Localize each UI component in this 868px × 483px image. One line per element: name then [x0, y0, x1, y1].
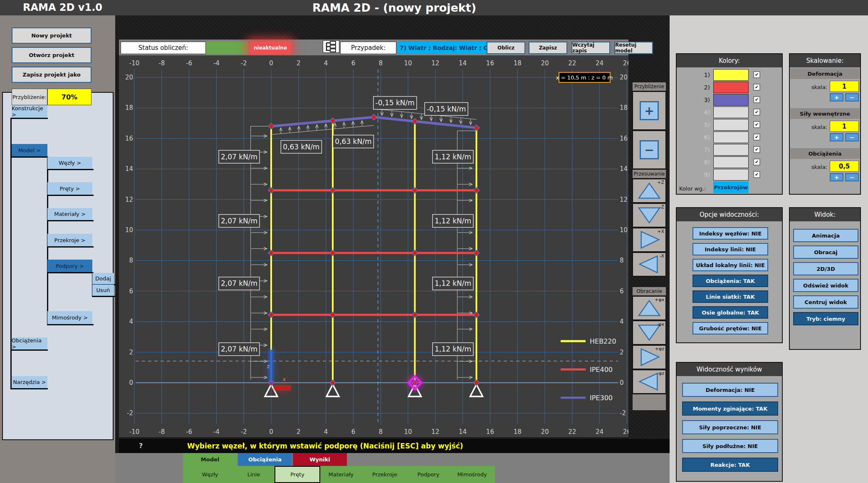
zoom-in-tile[interactable]: + [633, 92, 666, 130]
menu-item-przekroje[interactable]: Przekroje > [47, 234, 92, 246]
menu-item-obciążenia[interactable]: Obciążenia > [12, 337, 47, 349]
sub-tab-materiały[interactable]: Materiały [329, 466, 354, 483]
sub-tab-przekroje[interactable]: Przekroje [372, 466, 397, 483]
skala-value[interactable]: 1 [830, 81, 859, 92]
status-outdated-badge[interactable]: nieaktualne [250, 42, 291, 54]
rotate-right-button[interactable]: +φz [633, 345, 666, 369]
sidebar-button-3[interactable]: Zapisz projekt jako [12, 67, 91, 83]
pan-up-button[interactable]: +Z [633, 179, 666, 203]
color-checkbox-6[interactable]: ✔ [753, 134, 760, 141]
result-deformacja[interactable]: Deformacja: NIE [682, 383, 778, 397]
view-odśwież-widok[interactable]: Odśwież widok [793, 279, 858, 292]
toggle-układ-lokalny-linii[interactable]: Układ lokalny linii: NIE [692, 259, 768, 271]
menu-item-narzędzia[interactable]: Narzędzia > [12, 376, 47, 388]
menu-item-podpory[interactable]: Podpory > [47, 260, 92, 272]
menu-item-materiały[interactable]: Materiały > [47, 208, 92, 220]
node[interactable] [473, 312, 479, 318]
color-checkbox-1[interactable]: ✔ [753, 71, 760, 78]
zoom-in-button[interactable]: + [640, 101, 659, 120]
color-checkbox-7[interactable]: ✔ [753, 146, 760, 153]
toggle-linie-siatki[interactable]: Linie siatki: TAK [692, 290, 768, 303]
toggle-indeksy-linii[interactable]: Indeksy linii: NIE [692, 243, 768, 255]
node[interactable] [268, 312, 274, 318]
pan-right-button[interactable]: +X [633, 228, 666, 252]
color-swatch-1[interactable] [713, 69, 749, 81]
result-momenty-zginające[interactable]: Momenty zginające: TAK [682, 401, 778, 416]
node[interactable] [412, 250, 418, 256]
node[interactable] [268, 250, 274, 256]
color-swatch-3[interactable] [713, 94, 749, 106]
view-centruj-widok[interactable]: Centruj widok [793, 295, 858, 309]
color-swatch-7[interactable] [713, 144, 749, 156]
sub-tab-podpory[interactable]: Podpory [418, 466, 440, 483]
scale-plus-button[interactable]: + [830, 133, 843, 141]
toolbar-button-zapisz[interactable]: Zapisz [529, 42, 567, 54]
result-siły-podłużne[interactable]: Siły podłużne: NIE [682, 439, 778, 453]
color-by-value[interactable]: Przekrojów [713, 181, 749, 193]
color-swatch-6[interactable] [713, 131, 749, 143]
color-swatch-2[interactable] [713, 82, 749, 93]
toggle-indeksy-węzłów[interactable]: Indeksy węzłów: NIE [692, 227, 768, 240]
menu-item-dodaj[interactable]: Dodaj [92, 273, 114, 284]
node[interactable] [330, 380, 336, 386]
toggle-obciążenia[interactable]: Obciążenia: TAK [692, 275, 768, 287]
node[interactable] [330, 312, 336, 318]
tab-wyniki[interactable]: Wyniki [293, 453, 347, 466]
toolbar-button-resetuj-model[interactable]: Resetuj model [614, 42, 653, 54]
menu-item-model[interactable]: Model > [12, 144, 47, 156]
color-swatch-4[interactable] [713, 107, 749, 118]
scale-plus-button[interactable]: + [830, 93, 843, 102]
color-checkbox-2[interactable]: ✔ [753, 84, 760, 91]
rotate-down-button[interactable]: -φx [633, 321, 666, 344]
toolbar-button-oblicz[interactable]: Oblicz [487, 42, 525, 54]
color-checkbox-4[interactable]: ✔ [753, 109, 760, 116]
node[interactable] [473, 125, 479, 131]
scale-minus-button[interactable]: − [845, 173, 859, 181]
pan-down-button[interactable]: -Z [633, 203, 666, 227]
scale-minus-button[interactable]: − [845, 93, 859, 102]
color-checkbox-9[interactable]: ✔ [753, 171, 760, 178]
view-tryb--ciemny[interactable]: Tryb: ciemny [793, 312, 858, 325]
tab-obciążenia[interactable]: Obciążenia [238, 453, 292, 466]
view-animacja[interactable]: Animacja [793, 229, 858, 242]
pan-left-button[interactable]: -X [633, 253, 666, 276]
view-obracaj[interactable]: Obracaj [793, 245, 858, 259]
scale-minus-button[interactable]: − [845, 133, 859, 141]
menu-item-węzły[interactable]: Węzły > [47, 157, 92, 169]
node[interactable] [330, 118, 336, 124]
menu-item-mimośrody[interactable]: Mimośrody > [47, 311, 92, 324]
node[interactable] [412, 380, 418, 386]
result-siły-poprzeczne[interactable]: Siły poprzeczne: NIE [682, 420, 778, 434]
node[interactable] [330, 188, 336, 193]
color-swatch-8[interactable] [713, 156, 749, 168]
tab-model[interactable]: Model [183, 453, 237, 466]
node[interactable] [268, 123, 274, 129]
sub-tab-węzły[interactable]: Węzły [202, 466, 218, 483]
zoom-level-value[interactable]: 70% [47, 89, 91, 105]
node[interactable] [371, 114, 377, 120]
node[interactable] [330, 250, 336, 256]
zoom-out-button[interactable]: − [640, 140, 659, 159]
rotate-up-button[interactable]: +φx [633, 296, 666, 320]
structure-canvas[interactable]: -10-10-8-8-6-6-4-4-2-2002244668810101212… [119, 55, 628, 437]
menu-item-pręty[interactable]: Pręty > [47, 182, 92, 195]
toggle-osie-globalne[interactable]: Osie globalne: TAK [692, 306, 768, 319]
toggle-grubość-prętów[interactable]: Grubość prętów: NIE [692, 322, 768, 334]
node[interactable] [412, 188, 418, 193]
node[interactable] [412, 312, 418, 318]
result-reakcje[interactable]: Reakcje: TAK [682, 458, 778, 472]
menu-item-konstrukcje[interactable]: Konstrukcje > [12, 105, 47, 118]
node[interactable] [268, 188, 274, 193]
sidebar-button-2[interactable]: Otwórz projekt [12, 47, 91, 63]
menu-item-usuń[interactable]: Usuń [92, 285, 114, 296]
zoom-out-tile[interactable]: − [633, 131, 666, 169]
skala-value[interactable]: 0,5 [830, 161, 859, 172]
node[interactable] [473, 188, 479, 193]
case-tree-icon[interactable] [323, 40, 339, 53]
sub-tab-linie[interactable]: Linie [247, 466, 260, 483]
rotate-left-button[interactable]: -φz [633, 370, 666, 394]
sub-tab-mimośrody[interactable]: Mimośrody [457, 466, 487, 483]
help-icon[interactable]: ? [139, 439, 143, 453]
color-swatch-5[interactable] [713, 119, 749, 131]
color-swatch-9[interactable] [713, 169, 749, 181]
